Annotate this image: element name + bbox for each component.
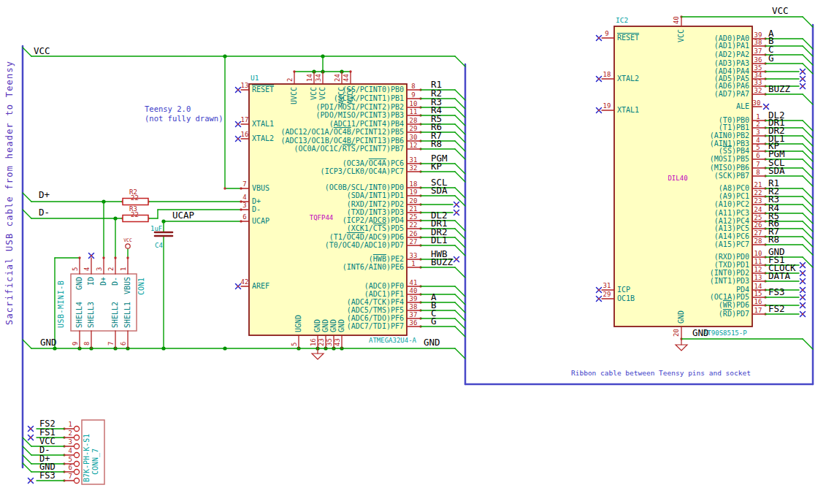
pin-number: 2 [756, 121, 760, 128]
pin-number: 35 [754, 64, 762, 72]
component-conn7[interactable]: B7K-PH-K-S1CONN_71FS22FS13VCC4D-5D+6GND7… [23, 419, 104, 484]
ref-des: C4 [155, 242, 163, 249]
no-connect-x [800, 312, 806, 317]
net-label[interactable]: FS3 [768, 286, 785, 297]
net-label[interactable]: G [431, 316, 437, 327]
pin-name: (SDA/INT1)PD1 [347, 191, 404, 199]
pin-name: (AD7)PA7 [714, 90, 749, 98]
wire [803, 257, 813, 267]
wire [23, 193, 31, 202]
wire [803, 196, 813, 207]
note-sacrificial-usb[interactable]: Sacrificial USB cable from header to Tee… [4, 61, 15, 325]
pin-number: 34 [754, 72, 762, 79]
net-label[interactable]: GND [692, 327, 709, 338]
component-u1[interactable]: U1TQFP44ATMEGA32U4-A13RESET17XTAL116XTAL… [236, 72, 466, 348]
pin-name: XTAL2 [252, 134, 274, 142]
net-label[interactable]: SDA [431, 185, 448, 196]
net-label[interactable]: UCAP [172, 210, 194, 221]
pin-number: 23 [754, 197, 762, 205]
wire [455, 164, 465, 174]
no-connect-x [28, 427, 34, 432]
no-connect-x [800, 263, 806, 268]
pin-name: (OC0A/OC1C/RTS/PCINT7)PB7 [294, 145, 404, 153]
pin-name: AVCC [337, 87, 345, 104]
pin-name: VCC [310, 87, 318, 100]
pin-number: 29 [410, 125, 418, 132]
wire [455, 237, 465, 248]
pin-number: 3 [69, 438, 72, 446]
wire [23, 455, 31, 464]
pin-number: 18 [410, 180, 418, 188]
note-ribbon[interactable]: Ribbon cable between Teensy pins and soc… [571, 369, 751, 377]
pin-number: 42 [241, 278, 249, 286]
note-teensy-line1[interactable]: Teensy 2.0 [145, 104, 191, 113]
capacitor-c4[interactable]: 1uFC4 [150, 221, 172, 348]
net-label[interactable]: SDA [768, 165, 785, 176]
pin-name: SHELL3 [87, 302, 95, 328]
pin-number: 7 [107, 342, 115, 345]
pin-number: 23 [318, 338, 325, 346]
ref-des: CON1 [137, 278, 145, 295]
pin-name: D+ [99, 277, 107, 286]
component-ic2[interactable]: IC2DIL40AT90S8515-P9RESET18XTAL219XTAL13… [597, 15, 814, 351]
wire [23, 446, 31, 455]
pin-number: 14 [306, 74, 313, 82]
wire [455, 172, 465, 182]
no-connect-x [454, 210, 459, 215]
wire [455, 318, 465, 329]
component-con1[interactable]: USB-MINI-BCON15GND4ID3D+2D-1VBUS9SHELL48… [57, 253, 145, 349]
ref-des: IC2 [616, 16, 628, 24]
no-connect-x [597, 77, 602, 82]
no-connect-x [800, 69, 806, 75]
package-label: TQFP44 [310, 214, 334, 221]
net-label[interactable]: GND [424, 337, 440, 348]
pin-name: VBUS [252, 184, 269, 192]
pin-number: 27 [410, 238, 418, 245]
pin-name: GND [329, 319, 337, 332]
net-label[interactable]: D+ [39, 189, 50, 200]
pin-name: (RXD)PD0 [714, 253, 749, 261]
net-label[interactable]: BUZZ [768, 83, 791, 94]
no-connect-x [764, 104, 769, 110]
note-teensy-line2[interactable]: (not fully drawn) [145, 114, 223, 123]
net-label[interactable]: R8 [768, 234, 779, 245]
pin-name: GND [677, 310, 685, 324]
pin-circle [74, 462, 80, 467]
no-connect-x [800, 303, 806, 308]
no-connect-x [597, 288, 602, 293]
net-label[interactable]: FS2 [768, 303, 785, 314]
net-label[interactable]: R8 [431, 138, 442, 149]
net-label[interactable]: VCC [34, 45, 50, 56]
net-label[interactable]: DL1 [431, 234, 448, 245]
wire [23, 340, 31, 348]
net-label[interactable]: GND [40, 337, 57, 348]
pin-name: (XCK1/CTS)PD5 [347, 224, 404, 232]
net-label[interactable]: VCC [772, 5, 789, 16]
pin-number: 31 [410, 156, 418, 164]
net-label[interactable]: KP [431, 161, 442, 172]
pin-circle [74, 427, 80, 432]
pin-name: (T1)PB1 [719, 123, 749, 131]
no-connect-x [800, 84, 806, 89]
wire [455, 141, 465, 151]
pin-number: 5 [291, 343, 298, 346]
net-label[interactable]: G [768, 53, 774, 64]
net-label[interactable]: DATA [768, 270, 791, 281]
wire [455, 302, 465, 313]
pin-number: 8 [411, 83, 415, 90]
pin-number: 5 [69, 456, 72, 463]
resistor-r2[interactable]: R222 [123, 188, 148, 205]
net-label[interactable]: BUZZ [431, 256, 454, 267]
net-label[interactable]: D- [39, 207, 50, 218]
no-connect-x [800, 295, 806, 300]
value: AT90S8515-P [703, 329, 747, 337]
pin-number: 22 [410, 221, 418, 229]
pin-number: 4 [83, 267, 91, 271]
pin-name: (PDO/MISO/PCINT3)PB3 [316, 111, 404, 119]
net-label[interactable]: FS3 [39, 470, 56, 481]
resistor-r3[interactable]: R322 [123, 205, 148, 222]
pin-number: 43 [334, 338, 341, 346]
pin-number: 19 [603, 102, 611, 110]
pin-name: (SS)PB4 [719, 147, 749, 155]
pin-name: (RD)PD7 [719, 310, 749, 318]
